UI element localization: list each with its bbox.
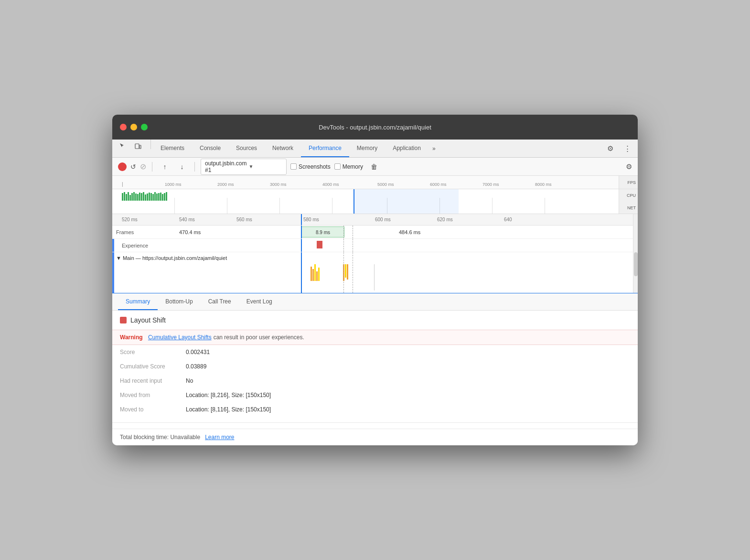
main-row: ▼ Main — https://output.jsbin.com/zajami… bbox=[112, 252, 638, 293]
subtab-bottomup[interactable]: Bottom-Up bbox=[158, 293, 200, 310]
perf-settings-icon[interactable]: ⚙ bbox=[626, 162, 632, 171]
ruler-7000ms: 7000 ms bbox=[482, 182, 499, 187]
separator2 bbox=[152, 162, 152, 172]
screenshots-option[interactable]: Screenshots bbox=[290, 163, 331, 170]
more-options-icon[interactable]: ⋮ bbox=[621, 142, 634, 155]
main-tick-line bbox=[374, 264, 375, 291]
current-time-line bbox=[301, 214, 302, 225]
score-row: Score 0.002431 bbox=[112, 345, 638, 359]
ruler-2000ms: 2000 ms bbox=[217, 182, 234, 187]
main-nav: Elements Console Sources Network Perform… bbox=[112, 140, 638, 158]
tab-sources[interactable]: Sources bbox=[228, 140, 265, 157]
url-dropdown-icon[interactable]: ▼ bbox=[248, 164, 282, 169]
screenshots-checkbox[interactable] bbox=[290, 163, 297, 170]
timeline-ruler: | 1000 ms 2000 ms 3000 ms 4000 ms 5000 m… bbox=[112, 176, 638, 189]
record-bar: ↺ ⊘ ↑ ↓ output.jsbin.com #1 ▼ Screenshot… bbox=[112, 158, 638, 176]
detail-timeline[interactable]: 520 ms 540 ms 560 ms 580 ms 600 ms 620 m… bbox=[112, 214, 638, 293]
cumulative-score-label: Cumulative Score bbox=[120, 363, 182, 370]
moved-to-value: Location: [8,116], Size: [150x150] bbox=[186, 406, 271, 413]
time-520: 520 ms bbox=[122, 217, 138, 222]
warning-rest-text: can result in poor user experiences. bbox=[214, 334, 304, 341]
time-scale: 520 ms 540 ms 560 ms 580 ms 600 ms 620 m… bbox=[112, 214, 638, 226]
main-label: ▼ Main — https://output.jsbin.com/zajami… bbox=[112, 254, 231, 261]
tab-memory[interactable]: Memory bbox=[349, 140, 385, 157]
flame-chart bbox=[311, 264, 320, 281]
scrollbar-thumb[interactable] bbox=[634, 252, 638, 276]
traffic-lights bbox=[120, 124, 148, 130]
learn-more-link[interactable]: Learn more bbox=[205, 434, 234, 441]
separator bbox=[150, 140, 151, 149]
subtab-eventlog[interactable]: Event Log bbox=[239, 293, 280, 310]
time-560: 560 ms bbox=[236, 217, 252, 222]
footer-row: Total blocking time: Unavailable Learn m… bbox=[112, 429, 638, 445]
subtab-calltree[interactable]: Call Tree bbox=[201, 293, 239, 310]
dashed-line-1 bbox=[343, 226, 344, 238]
warning-label: Warning bbox=[120, 334, 143, 341]
cumulative-score-value: 0.03889 bbox=[186, 363, 206, 370]
exp-dashed-2 bbox=[353, 239, 353, 252]
close-button[interactable] bbox=[120, 124, 127, 130]
score-value: 0.002431 bbox=[186, 349, 210, 355]
ruler-6000ms: 6000 ms bbox=[430, 182, 447, 187]
warning-banner: Warning Cumulative Layout Shifts can res… bbox=[112, 330, 638, 345]
upload-icon[interactable]: ↑ bbox=[158, 160, 171, 173]
moved-from-value: Location: [8,216], Size: [150x150] bbox=[186, 392, 271, 398]
inspect-icon[interactable] bbox=[116, 140, 129, 153]
device-toggle-icon[interactable] bbox=[131, 140, 145, 153]
moved-to-label: Moved to bbox=[120, 406, 182, 413]
divider bbox=[112, 422, 638, 423]
moved-from-label: Moved from bbox=[120, 392, 182, 398]
cpu-label: CPU bbox=[627, 193, 636, 198]
url-selector[interactable]: output.jsbin.com #1 ▼ bbox=[201, 159, 287, 175]
tab-performance[interactable]: Performance bbox=[301, 140, 349, 157]
timeline-scrollbar[interactable] bbox=[633, 214, 638, 293]
recent-input-label: Had recent input bbox=[120, 377, 182, 384]
time-600: 600 ms bbox=[375, 217, 391, 222]
fps-label: FPS bbox=[627, 180, 636, 185]
minimize-button[interactable] bbox=[130, 124, 137, 130]
record-button[interactable] bbox=[118, 162, 127, 171]
stop-icon[interactable]: ⊘ bbox=[140, 162, 146, 171]
moved-to-row: Moved to Location: [8,116], Size: [150x1… bbox=[112, 402, 638, 417]
tab-console[interactable]: Console bbox=[192, 140, 228, 157]
tab-network[interactable]: Network bbox=[265, 140, 301, 157]
side-labels: CPU NET bbox=[619, 189, 638, 214]
time-580: 580 ms bbox=[303, 217, 319, 222]
cumulative-layout-shifts-link[interactable]: Cumulative Layout Shifts bbox=[148, 334, 212, 341]
maximize-button[interactable] bbox=[141, 124, 148, 130]
ruler-tick-0: | bbox=[122, 182, 123, 187]
layout-shift-title: Layout Shift bbox=[130, 316, 166, 324]
frames-row: Frames 470.4 ms 8.9 ms 484.6 ms bbox=[112, 226, 638, 239]
frame-highlight-label: 8.9 ms bbox=[316, 229, 330, 235]
memory-option[interactable]: Memory bbox=[334, 163, 363, 170]
frame-value-1: 470.4 ms bbox=[179, 229, 201, 235]
ruler-4000ms: 4000 ms bbox=[322, 182, 339, 187]
reload-icon[interactable]: ↺ bbox=[130, 163, 136, 171]
settings-icon[interactable]: ⚙ bbox=[603, 142, 617, 155]
ruler-5000ms: 5000 ms bbox=[377, 182, 394, 187]
memory-checkbox[interactable] bbox=[334, 163, 341, 170]
exp-dashed-1 bbox=[343, 239, 344, 252]
more-tabs-button[interactable]: » bbox=[429, 140, 439, 157]
separator3 bbox=[194, 162, 195, 172]
experience-bar-left bbox=[112, 239, 114, 252]
window-title: DevTools - output.jsbin.com/zajamil/quie… bbox=[319, 124, 431, 131]
clear-button[interactable]: 🗑 bbox=[371, 163, 377, 171]
main-bar-left bbox=[112, 252, 114, 293]
net-label: NET bbox=[627, 205, 636, 210]
subtab-summary[interactable]: Summary bbox=[118, 293, 158, 310]
tab-elements[interactable]: Elements bbox=[153, 140, 192, 157]
ruler-1000ms: 1000 ms bbox=[165, 182, 182, 187]
svg-rect-1 bbox=[139, 145, 141, 149]
time-620: 620 ms bbox=[437, 217, 453, 222]
cumulative-score-row: Cumulative Score 0.03889 bbox=[112, 359, 638, 374]
timeline-overview[interactable]: | 1000 ms 2000 ms 3000 ms 4000 ms 5000 m… bbox=[112, 176, 638, 214]
frames-timeline-line bbox=[301, 226, 302, 238]
dashed-line-2 bbox=[353, 226, 353, 238]
experience-timeline-line bbox=[301, 239, 302, 252]
moved-from-row: Moved from Location: [8,216], Size: [150… bbox=[112, 388, 638, 402]
tab-application[interactable]: Application bbox=[385, 140, 429, 157]
experience-label: Experience bbox=[122, 243, 148, 248]
layout-shift-icon bbox=[120, 317, 127, 323]
download-icon[interactable]: ↓ bbox=[175, 160, 189, 173]
